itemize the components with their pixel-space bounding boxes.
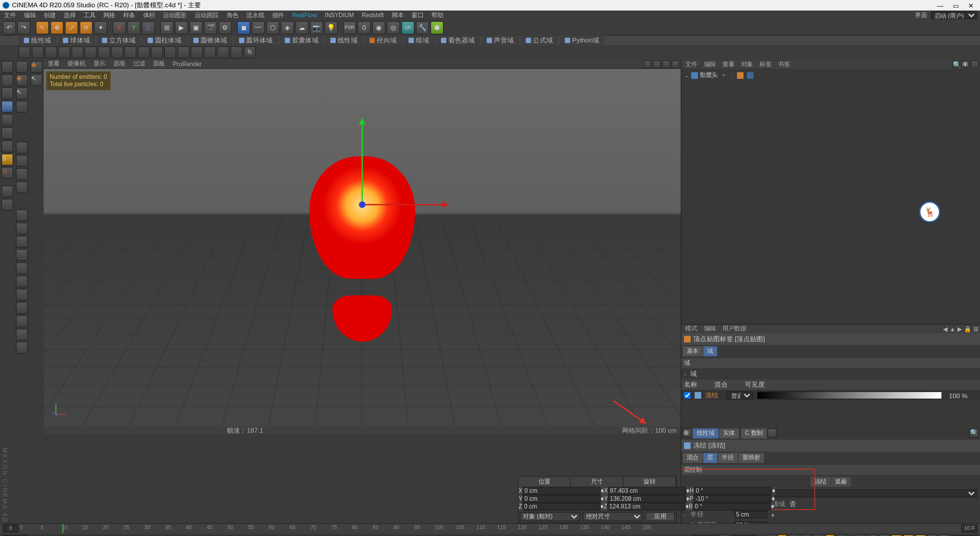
om-file[interactable]: 文件 [685,60,697,69]
t11-icon[interactable] [16,342,28,354]
axis-mode-icon[interactable] [1,141,13,152]
stool-8[interactable] [111,46,123,58]
plugin3-icon[interactable]: 🔧 [416,21,429,34]
menu-create[interactable]: 创建 [44,11,56,20]
minimize-icon[interactable]: — [937,2,944,9]
menu-file[interactable]: 文件 [4,11,16,20]
menu-realflow[interactable]: RealFlow [292,12,317,18]
stool-2[interactable] [32,46,44,58]
prev-frame-icon[interactable]: ◀ [789,534,800,536]
axis-z-icon[interactable]: Z [142,21,155,34]
nav-new-icon[interactable]: ⊞ [973,325,979,332]
menu-redshift[interactable]: Redshift [362,12,384,18]
menu-select[interactable]: 选择 [64,11,75,20]
coord-space-select[interactable]: 对象 (相对) [520,512,580,521]
workplane-icon[interactable] [1,87,13,99]
grid1-icon[interactable] [16,142,28,154]
goto-start-icon[interactable]: ⏮ [766,534,776,536]
range-start[interactable]: 0 [3,525,19,533]
t2-icon[interactable] [16,222,28,234]
tab-sphere[interactable]: 球体域 [57,35,95,46]
add-cube-icon[interactable]: ◼ [237,21,250,34]
ftab-solid[interactable]: 实体 [719,428,739,438]
maximize-icon[interactable]: ▭ [953,2,959,9]
stool-3[interactable] [45,46,57,58]
tab-linear[interactable]: 线性域 [18,35,56,46]
stool-1[interactable] [18,46,30,58]
vm-camera[interactable]: 摄像机 [67,60,85,68]
ftab-radius[interactable]: 半径 [718,453,738,463]
qr-icon[interactable]: QR [401,21,415,34]
rot-b[interactable] [693,503,771,511]
om-view[interactable]: 查看 [722,60,734,69]
render-region-icon[interactable]: ▣ [189,21,203,34]
iso-icon[interactable] [1,199,13,211]
stool-15[interactable] [204,46,216,58]
axis-x-icon[interactable] [362,204,448,205]
keysel-icon[interactable] [879,534,890,536]
phong-tag-icon[interactable] [747,72,754,78]
stool-fx[interactable]: fx [244,46,256,58]
vp-nav2-icon[interactable]: ↖ [31,74,42,86]
add-camera-icon[interactable]: 📷 [310,21,323,34]
menu-help[interactable]: 帮助 [431,11,443,20]
object-row[interactable]: ⌄ 骷髅头 ▫ : [684,70,977,80]
am-userdata[interactable]: 用户数据 [722,325,746,333]
size-y[interactable] [608,495,686,503]
tab-basic[interactable]: 基本 [683,346,702,356]
key-p-icon[interactable] [891,534,902,536]
tab-group[interactable]: 组域 [403,35,434,46]
opacity-slider[interactable] [757,391,942,399]
menu-insydium[interactable]: INSYDIUM [325,12,354,18]
nav-up-icon[interactable]: ▲ [950,325,956,332]
redo-icon[interactable]: ↷ [17,21,31,34]
vm-filter[interactable]: 过滤 [133,60,145,68]
menu-tracker[interactable]: 运动跟踪 [195,11,219,20]
nav-lock-icon[interactable]: 🔒 [964,325,971,332]
menu-plugins[interactable]: 插件 [272,11,284,20]
t10-icon[interactable] [16,328,28,340]
vm-view[interactable]: 查看 [48,60,60,68]
render-settings-icon[interactable]: ⚙ [219,21,232,34]
apply-button[interactable]: 应用 [645,512,675,521]
grid2-icon[interactable] [16,155,28,167]
rot-h[interactable] [694,487,772,495]
field-list-row[interactable]: 冻结 普通 100 % [681,390,980,401]
size-mode-select[interactable]: 绝对尺寸 [583,512,643,521]
goto-end-icon[interactable]: ⏭ [837,534,848,536]
edge-mode-icon[interactable] [1,114,13,126]
tab-cylinder[interactable]: 圆柱体域 [142,35,187,46]
spinner-icon[interactable]: ♦ [771,511,774,518]
tab-cone[interactable]: 圆锥体域 [188,35,232,46]
goto-frame-icon[interactable]: ▸ [719,534,730,536]
key-pla-icon[interactable] [939,534,950,536]
add-spline-icon[interactable]: 〰 [252,21,265,34]
vm-display[interactable]: 显示 [93,60,105,68]
point-mode-icon[interactable] [1,101,13,113]
grid4-icon[interactable] [16,181,28,193]
tab-sound[interactable]: 声音域 [482,35,519,46]
autokey-icon[interactable]: ◉ [867,534,878,536]
pos-y[interactable] [523,495,601,503]
menu-edit[interactable]: 编辑 [24,11,36,20]
om-eye-icon[interactable]: 👁 [962,60,970,68]
tab-capsule[interactable]: 胶囊体域 [279,35,324,46]
t8-icon[interactable] [16,302,28,314]
om-bookmarks[interactable]: 书签 [778,60,790,69]
key-a-icon[interactable] [927,534,938,536]
size-x[interactable] [608,487,686,495]
add-field-icon[interactable]: ⊕ [683,428,692,438]
xray-icon[interactable] [1,185,13,197]
add-environment-icon[interactable]: ☁ [295,21,309,34]
om-edit[interactable]: 编辑 [704,60,716,69]
menu-volume[interactable]: 体积 [143,11,155,20]
om-object[interactable]: 对象 [741,60,753,69]
stool-17[interactable] [230,46,242,58]
tab-torus[interactable]: 圆环体域 [234,35,278,46]
grid3-icon[interactable] [16,168,28,180]
tab-field[interactable]: 域 [703,346,717,356]
ftab-c[interactable]: C 数制 [740,428,767,438]
rot-p[interactable] [693,495,771,503]
vm-options[interactable]: 选项 [113,60,125,68]
stool-14[interactable] [191,46,203,58]
